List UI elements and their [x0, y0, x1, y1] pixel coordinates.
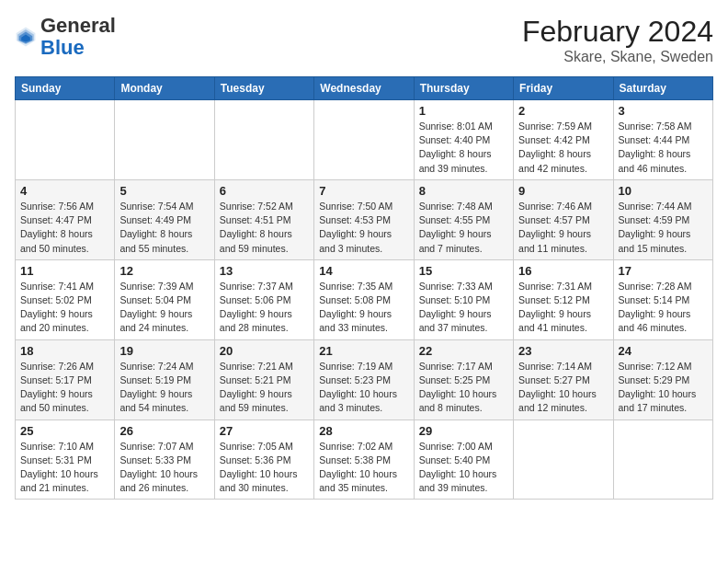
calendar-cell — [115, 100, 214, 180]
calendar-cell: 10Sunrise: 7:44 AM Sunset: 4:59 PM Dayli… — [613, 179, 712, 259]
day-number: 8 — [419, 184, 508, 198]
day-info: Sunrise: 7:54 AM Sunset: 4:49 PM Dayligh… — [119, 200, 209, 256]
day-info: Sunrise: 7:00 AM Sunset: 5:40 PM Dayligh… — [419, 440, 508, 496]
day-number: 26 — [119, 424, 209, 438]
logo-general-text: General — [40, 14, 116, 37]
day-of-week-header: Sunday — [16, 77, 115, 100]
day-number: 6 — [220, 184, 309, 198]
day-info: Sunrise: 7:02 AM Sunset: 5:38 PM Dayligh… — [319, 440, 408, 496]
day-info: Sunrise: 8:01 AM Sunset: 4:40 PM Dayligh… — [419, 120, 508, 176]
day-number: 12 — [119, 264, 209, 278]
calendar-cell: 29Sunrise: 7:00 AM Sunset: 5:40 PM Dayli… — [414, 419, 513, 500]
day-info: Sunrise: 7:58 AM Sunset: 4:44 PM Dayligh… — [619, 120, 708, 176]
calendar-cell: 3Sunrise: 7:58 AM Sunset: 4:44 PM Daylig… — [613, 100, 712, 180]
day-info: Sunrise: 7:37 AM Sunset: 5:06 PM Dayligh… — [220, 280, 309, 336]
day-of-week-header: Friday — [514, 77, 613, 100]
page-header: General Blue February 2024 Skare, Skane,… — [15, 15, 713, 65]
calendar-week-row: 4Sunrise: 7:56 AM Sunset: 4:47 PM Daylig… — [16, 179, 713, 259]
day-number: 16 — [518, 264, 608, 278]
day-info: Sunrise: 7:05 AM Sunset: 5:36 PM Dayligh… — [220, 440, 309, 496]
calendar-cell: 25Sunrise: 7:10 AM Sunset: 5:31 PM Dayli… — [16, 419, 115, 500]
day-info: Sunrise: 7:46 AM Sunset: 4:57 PM Dayligh… — [518, 200, 608, 256]
calendar-cell: 26Sunrise: 7:07 AM Sunset: 5:33 PM Dayli… — [115, 419, 214, 500]
day-of-week-header: Tuesday — [214, 77, 313, 100]
calendar-cell: 15Sunrise: 7:33 AM Sunset: 5:10 PM Dayli… — [414, 259, 513, 339]
day-info: Sunrise: 7:52 AM Sunset: 4:51 PM Dayligh… — [220, 200, 309, 256]
day-info: Sunrise: 7:56 AM Sunset: 4:47 PM Dayligh… — [20, 200, 109, 256]
calendar-week-row: 18Sunrise: 7:26 AM Sunset: 5:17 PM Dayli… — [16, 339, 713, 419]
calendar-cell: 13Sunrise: 7:37 AM Sunset: 5:06 PM Dayli… — [214, 259, 313, 339]
calendar-cell: 21Sunrise: 7:19 AM Sunset: 5:23 PM Dayli… — [314, 339, 414, 419]
calendar-cell: 27Sunrise: 7:05 AM Sunset: 5:36 PM Dayli… — [214, 419, 313, 500]
calendar-week-row: 25Sunrise: 7:10 AM Sunset: 5:31 PM Dayli… — [16, 419, 713, 500]
day-of-week-header: Monday — [115, 77, 214, 100]
day-number: 17 — [619, 264, 708, 278]
calendar-cell: 19Sunrise: 7:24 AM Sunset: 5:19 PM Dayli… — [115, 339, 214, 419]
calendar-cell: 24Sunrise: 7:12 AM Sunset: 5:29 PM Dayli… — [613, 339, 712, 419]
calendar-cell: 2Sunrise: 7:59 AM Sunset: 4:42 PM Daylig… — [514, 100, 613, 180]
day-info: Sunrise: 7:07 AM Sunset: 5:33 PM Dayligh… — [119, 440, 209, 496]
calendar-cell: 20Sunrise: 7:21 AM Sunset: 5:21 PM Dayli… — [214, 339, 313, 419]
calendar-cell: 4Sunrise: 7:56 AM Sunset: 4:47 PM Daylig… — [16, 179, 115, 259]
day-info: Sunrise: 7:31 AM Sunset: 5:12 PM Dayligh… — [518, 280, 608, 336]
calendar-cell: 11Sunrise: 7:41 AM Sunset: 5:02 PM Dayli… — [16, 259, 115, 339]
day-of-week-header: Saturday — [613, 77, 712, 100]
calendar-cell — [613, 419, 712, 500]
day-number: 7 — [319, 184, 408, 198]
month-title: February 2024 — [522, 15, 713, 49]
day-info: Sunrise: 7:48 AM Sunset: 4:55 PM Dayligh… — [419, 200, 508, 256]
day-number: 18 — [20, 344, 109, 358]
day-number: 15 — [419, 264, 508, 278]
day-info: Sunrise: 7:28 AM Sunset: 5:14 PM Dayligh… — [619, 280, 708, 336]
day-number: 27 — [220, 424, 309, 438]
calendar-week-row: 1Sunrise: 8:01 AM Sunset: 4:40 PM Daylig… — [16, 100, 713, 180]
day-info: Sunrise: 7:26 AM Sunset: 5:17 PM Dayligh… — [20, 360, 109, 416]
day-of-week-header: Thursday — [414, 77, 513, 100]
day-info: Sunrise: 7:33 AM Sunset: 5:10 PM Dayligh… — [419, 280, 508, 336]
calendar-cell — [214, 100, 313, 180]
day-of-week-header: Wednesday — [314, 77, 414, 100]
calendar-table: SundayMondayTuesdayWednesdayThursdayFrid… — [15, 76, 713, 500]
day-info: Sunrise: 7:17 AM Sunset: 5:25 PM Dayligh… — [419, 360, 508, 416]
calendar-cell: 6Sunrise: 7:52 AM Sunset: 4:51 PM Daylig… — [214, 179, 313, 259]
day-number: 14 — [319, 264, 408, 278]
calendar-cell: 8Sunrise: 7:48 AM Sunset: 4:55 PM Daylig… — [414, 179, 513, 259]
day-number: 4 — [20, 184, 109, 198]
day-number: 3 — [619, 104, 708, 118]
calendar-cell: 14Sunrise: 7:35 AM Sunset: 5:08 PM Dayli… — [314, 259, 414, 339]
day-number: 13 — [220, 264, 309, 278]
calendar-cell: 17Sunrise: 7:28 AM Sunset: 5:14 PM Dayli… — [613, 259, 712, 339]
calendar-cell: 5Sunrise: 7:54 AM Sunset: 4:49 PM Daylig… — [115, 179, 214, 259]
calendar-cell: 28Sunrise: 7:02 AM Sunset: 5:38 PM Dayli… — [314, 419, 414, 500]
day-info: Sunrise: 7:41 AM Sunset: 5:02 PM Dayligh… — [20, 280, 109, 336]
day-number: 1 — [419, 104, 508, 118]
day-info: Sunrise: 7:19 AM Sunset: 5:23 PM Dayligh… — [319, 360, 408, 416]
calendar-cell: 1Sunrise: 8:01 AM Sunset: 4:40 PM Daylig… — [414, 100, 513, 180]
day-number: 2 — [518, 104, 608, 118]
day-info: Sunrise: 7:14 AM Sunset: 5:27 PM Dayligh… — [518, 360, 608, 416]
day-info: Sunrise: 7:24 AM Sunset: 5:19 PM Dayligh… — [119, 360, 209, 416]
calendar-cell — [514, 419, 613, 500]
day-number: 21 — [319, 344, 408, 358]
day-info: Sunrise: 7:50 AM Sunset: 4:53 PM Dayligh… — [319, 200, 408, 256]
calendar-cell — [314, 100, 414, 180]
day-number: 23 — [518, 344, 608, 358]
day-info: Sunrise: 7:59 AM Sunset: 4:42 PM Dayligh… — [518, 120, 608, 176]
day-info: Sunrise: 7:44 AM Sunset: 4:59 PM Dayligh… — [619, 200, 708, 256]
day-number: 20 — [220, 344, 309, 358]
day-info: Sunrise: 7:35 AM Sunset: 5:08 PM Dayligh… — [319, 280, 408, 336]
day-number: 28 — [319, 424, 408, 438]
day-info: Sunrise: 7:39 AM Sunset: 5:04 PM Dayligh… — [119, 280, 209, 336]
logo-blue-text: Blue — [40, 36, 85, 59]
day-number: 9 — [518, 184, 608, 198]
calendar-cell: 22Sunrise: 7:17 AM Sunset: 5:25 PM Dayli… — [414, 339, 513, 419]
day-info: Sunrise: 7:10 AM Sunset: 5:31 PM Dayligh… — [20, 440, 109, 496]
logo-text: General Blue — [40, 15, 116, 59]
day-number: 29 — [419, 424, 508, 438]
calendar-cell: 16Sunrise: 7:31 AM Sunset: 5:12 PM Dayli… — [514, 259, 613, 339]
calendar-cell: 23Sunrise: 7:14 AM Sunset: 5:27 PM Dayli… — [514, 339, 613, 419]
logo: General Blue — [15, 15, 116, 59]
day-number: 25 — [20, 424, 109, 438]
day-number: 10 — [619, 184, 708, 198]
title-block: February 2024 Skare, Skane, Sweden — [522, 15, 713, 65]
